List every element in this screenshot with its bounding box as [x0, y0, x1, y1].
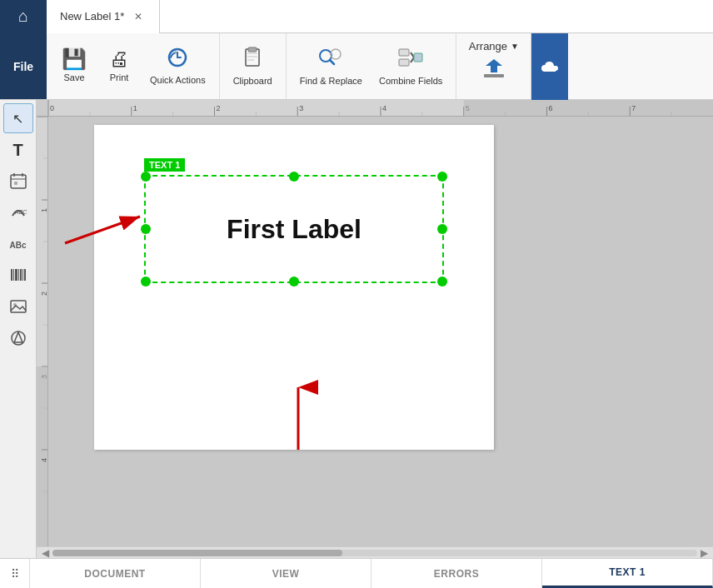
combine-fields-button[interactable]: Combine Fields — [372, 39, 449, 94]
scroll-right-button[interactable]: ▶ — [697, 547, 711, 559]
svg-rect-65 — [37, 366, 48, 546]
handle-top-right[interactable] — [437, 172, 447, 182]
barcode-tool-button[interactable] — [3, 262, 33, 292]
svg-text:4: 4 — [40, 458, 48, 462]
print-label: Print — [110, 72, 129, 83]
image-tool-button[interactable] — [3, 293, 33, 323]
date-tool-icon — [9, 172, 27, 192]
tab-document-label: DOCUMENT — [84, 568, 145, 580]
horizontal-scrollbar[interactable]: ◀ ▶ — [37, 546, 713, 558]
file-label: File — [13, 60, 33, 73]
clipboard-button[interactable]: Clipboard — [227, 39, 279, 94]
svg-rect-27 — [24, 269, 26, 281]
svg-rect-10 — [399, 49, 409, 56]
document-tab[interactable]: New Label 1* ✕ — [47, 0, 160, 33]
barcode-tool-icon — [9, 266, 27, 288]
text-tool-button[interactable]: T — [3, 135, 33, 165]
find-replace-group: Find & Replace Combine Fields — [287, 33, 457, 99]
svg-rect-28 — [11, 301, 26, 312]
svg-rect-12 — [414, 53, 422, 62]
select-tool-button[interactable]: ↖ — [3, 103, 33, 133]
home-button[interactable]: ⌂ — [0, 0, 47, 33]
tab-view-label: VIEW — [272, 568, 300, 580]
svg-rect-11 — [399, 59, 409, 66]
file-menu-button[interactable]: File — [0, 33, 47, 99]
svg-text:4: 4 — [382, 104, 386, 112]
scroll-left-button[interactable]: ◀ — [38, 547, 52, 559]
dots-menu-button[interactable]: ⠿ — [0, 559, 30, 588]
tab-close-button[interactable]: ✕ — [131, 9, 146, 24]
scroll-track[interactable] — [52, 550, 697, 556]
svg-marker-13 — [486, 59, 502, 72]
svg-rect-6 — [247, 59, 254, 61]
handle-bottom-left[interactable] — [141, 277, 151, 287]
abc-tool-button[interactable]: ABc — [3, 230, 33, 260]
scroll-thumb[interactable] — [52, 550, 342, 556]
find-replace-icon — [317, 46, 344, 72]
arrange-dropdown-icon: ▼ — [511, 42, 519, 51]
quick-actions-label: Quick Actions — [150, 75, 206, 86]
tab-label: New Label 1* — [60, 10, 124, 22]
print-button[interactable]: 🖨 Print — [98, 39, 140, 94]
handle-bottom-right[interactable] — [437, 277, 447, 287]
vertical-ruler: 1 2 3 4 — [37, 117, 48, 546]
svg-rect-26 — [22, 269, 23, 281]
abc-tool-icon: ABc — [9, 241, 26, 250]
tab-errors[interactable]: ERRORS — [371, 559, 542, 588]
svg-line-8 — [330, 60, 334, 64]
svg-text:2: 2 — [40, 292, 48, 296]
print-icon: 🖨 — [109, 49, 129, 69]
arrange-group: Arrange ▼ Position — [456, 33, 531, 99]
quick-actions-icon — [166, 46, 189, 72]
horizontal-ruler: 0 1 2 3 4 5 6 7 — [48, 100, 713, 117]
date-tool-button[interactable] — [3, 167, 33, 197]
canvas-wrapper: 1 2 3 4 — [37, 117, 713, 546]
image-tool-icon — [9, 297, 27, 320]
svg-rect-21 — [11, 269, 12, 281]
handle-top-left[interactable] — [141, 172, 151, 182]
find-replace-button[interactable]: Find & Replace — [293, 39, 369, 94]
svg-text:7: 7 — [631, 104, 636, 112]
handle-middle-right[interactable] — [437, 224, 447, 234]
clipboard-label: Clipboard — [233, 76, 272, 87]
quick-actions-button[interactable]: Quick Actions — [143, 39, 212, 94]
tab-text1-label: TEXT 1 — [609, 566, 646, 578]
svg-rect-22 — [13, 269, 14, 281]
svg-text:ABC: ABC — [14, 209, 27, 215]
text-tool-icon: T — [12, 141, 22, 160]
svg-rect-23 — [15, 269, 17, 281]
svg-rect-5 — [247, 56, 257, 57]
text-element[interactable]: TEXT 1 First Label — [144, 175, 444, 283]
canvas-bottom-band — [48, 498, 713, 546]
svg-text:6: 6 — [548, 104, 552, 112]
svg-text:1: 1 — [133, 104, 137, 112]
curve-text-icon: ABC — [9, 202, 27, 225]
save-group: 💾 Save 🖨 Print Quick Actions — [47, 33, 220, 99]
canvas-area: 0 1 2 3 4 5 6 7 — [37, 100, 713, 558]
handle-top-middle[interactable] — [289, 172, 299, 182]
save-button[interactable]: 💾 Save — [53, 39, 95, 94]
arrange-button[interactable]: Arrange ▼ — [469, 40, 519, 52]
clipboard-icon — [241, 46, 264, 72]
svg-rect-4 — [247, 52, 257, 54]
svg-text:3: 3 — [299, 104, 303, 112]
svg-point-9 — [331, 49, 341, 59]
left-toolbar: ↖ T ABC ABc — [0, 100, 37, 558]
svg-rect-3 — [248, 47, 257, 52]
svg-text:2: 2 — [216, 104, 220, 112]
select-tool-icon: ↖ — [12, 111, 23, 127]
canvas-content[interactable]: TEXT 1 First Label — [48, 117, 713, 546]
handle-middle-left[interactable] — [141, 224, 151, 234]
tab-errors-label: ERRORS — [434, 568, 479, 580]
combine-fields-label: Combine Fields — [379, 76, 442, 87]
handle-bottom-middle[interactable] — [289, 277, 299, 287]
tab-text1[interactable]: TEXT 1 — [542, 559, 713, 588]
tab-view[interactable]: VIEW — [201, 559, 371, 588]
cloud-button[interactable] — [531, 33, 568, 100]
label-canvas[interactable]: TEXT 1 First Label — [94, 125, 494, 450]
shape-tool-button[interactable] — [3, 325, 33, 355]
tab-document[interactable]: DOCUMENT — [30, 559, 201, 588]
curve-text-tool-button[interactable]: ABC — [3, 198, 33, 228]
svg-rect-15 — [11, 175, 26, 188]
find-replace-label: Find & Replace — [300, 76, 362, 87]
